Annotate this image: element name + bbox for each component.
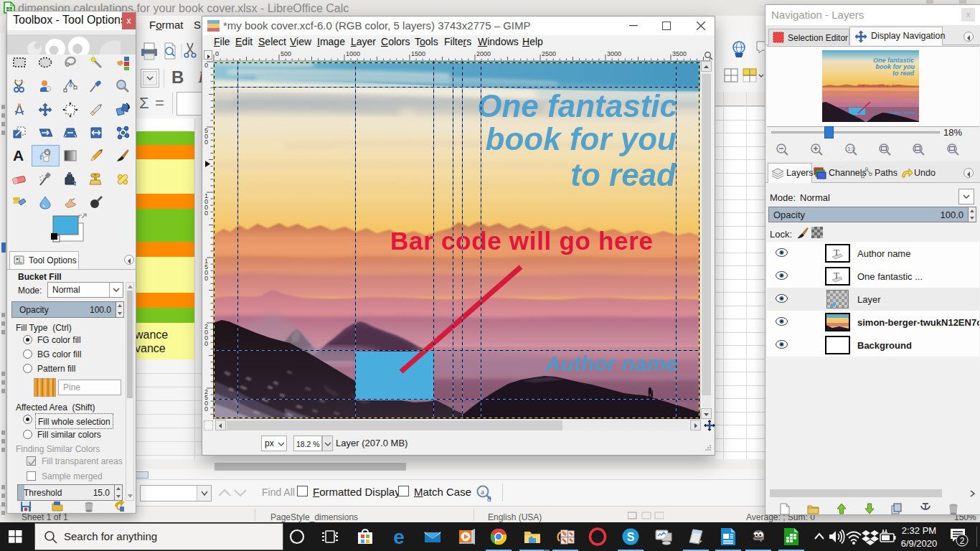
svg-text:a: a [481, 487, 484, 496]
svg-text:2000: 2000 [476, 50, 491, 57]
svg-text:book for you: book for you [486, 121, 677, 156]
svg-text:2500: 2500 [542, 50, 556, 57]
svg-text:0: 0 [204, 405, 208, 413]
svg-text:Bar code will go here: Bar code will go here [390, 227, 654, 255]
svg-text:Author name: Author name [545, 352, 678, 375]
svg-text:to read: to read [892, 70, 915, 77]
svg-text:1500: 1500 [411, 50, 425, 57]
svg-text:500: 500 [281, 50, 291, 57]
svg-text:S: S [627, 531, 635, 543]
svg-text:0: 0 [204, 138, 208, 146]
svg-text:to read: to read [570, 157, 677, 192]
svg-text:2: 2 [960, 536, 965, 546]
svg-text:Bar code will go here: Bar code will go here [858, 83, 902, 88]
svg-text:1000: 1000 [346, 50, 360, 57]
svg-text:A: A [13, 148, 24, 164]
svg-text:T: T [834, 247, 839, 258]
svg-text:0: 0 [204, 275, 208, 282]
svg-text:One fantastic: One fantastic [477, 88, 677, 123]
svg-text:Author name: Author name [888, 110, 916, 115]
svg-text:0: 0 [215, 50, 219, 57]
svg-text:e: e [393, 527, 405, 547]
svg-text:3500: 3500 [672, 50, 687, 57]
svg-text:0: 0 [204, 209, 208, 217]
svg-text:d: d [487, 494, 491, 502]
svg-text:3000: 3000 [607, 50, 621, 57]
svg-text:0: 0 [204, 340, 208, 347]
svg-text:1:1: 1:1 [848, 146, 855, 151]
svg-text:0: 0 [204, 62, 208, 69]
svg-text:T: T [834, 270, 839, 281]
